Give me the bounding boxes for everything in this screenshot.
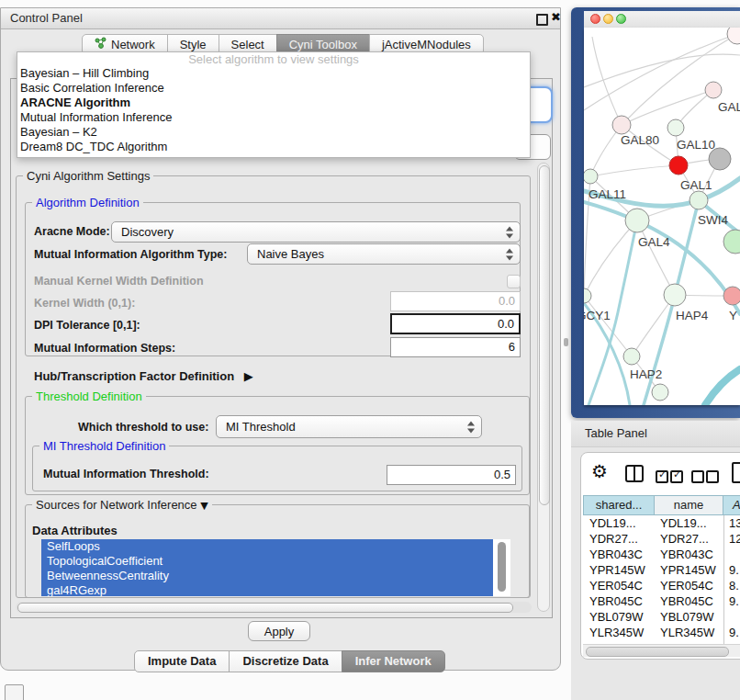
- network-node[interactable]: [625, 209, 649, 232]
- restore-window-icon[interactable]: [536, 14, 548, 26]
- dpi-tolerance-label: DPI Tolerance [0,1]:: [34, 315, 140, 335]
- table-row[interactable]: YDR27...YDR27...12: [583, 531, 740, 547]
- algorithm-option[interactable]: Dream8 DC_TDC Algorithm: [17, 140, 530, 154]
- gear-icon[interactable]: ⚙: [591, 462, 608, 480]
- zoom-traffic-light[interactable]: [616, 14, 626, 24]
- settings-vertical-scrollbar[interactable]: [537, 163, 550, 612]
- network-node[interactable]: [584, 169, 598, 184]
- mi-steps-input[interactable]: 6: [390, 337, 521, 357]
- deselect-all-checkbox-icon[interactable]: [706, 470, 719, 483]
- table-row[interactable]: YBR043CYBR043C: [583, 547, 740, 562]
- tab-discretize-data[interactable]: Discretize Data: [229, 650, 342, 672]
- aracne-mode-select[interactable]: Discovery: [111, 221, 521, 243]
- network-canvas[interactable]: GALGAL80GAL10GAL1GAL11SWI4GAL4GCY1HAP4YH…: [584, 28, 740, 405]
- network-node[interactable]: [623, 348, 640, 365]
- split-columns-icon[interactable]: [625, 465, 644, 482]
- algorithm-option[interactable]: Mutual Information Inference: [17, 110, 530, 125]
- panel-splitter-handle[interactable]: [564, 338, 568, 346]
- network-node-label: GAL1: [680, 178, 712, 192]
- selected-value: Discovery: [121, 225, 174, 239]
- network-node[interactable]: [669, 156, 688, 175]
- cell-name: YPR145W: [654, 562, 723, 578]
- hub-definition-toggle[interactable]: Hub/Transcription Factor Definition ▶: [34, 367, 253, 387]
- network-node[interactable]: [652, 384, 668, 401]
- dpi-tolerance-input[interactable]: 0.0: [390, 313, 521, 334]
- network-node-label: Y: [729, 309, 737, 322]
- table-panel-header: Table Panel: [571, 421, 740, 447]
- minimize-traffic-light[interactable]: [603, 14, 613, 24]
- cell-name: YDL19...: [654, 515, 723, 531]
- table-panel-region: Table Panel ⚙ ✓ ✓ shared... name A YDL19…: [571, 421, 740, 700]
- network-node[interactable]: [723, 287, 740, 305]
- collapsed-panel-button[interactable]: [5, 684, 24, 700]
- cell-value: 13: [723, 515, 740, 531]
- popup-placeholder: Select algorithm to view settings: [17, 52, 530, 66]
- kernel-width-input[interactable]: 0.0: [390, 291, 521, 311]
- scrollbar-thumb[interactable]: [539, 165, 550, 505]
- table-row[interactable]: YLR345WYLR345W9.: [583, 625, 740, 640]
- network-node[interactable]: [723, 230, 740, 254]
- algorithm-option[interactable]: Bayesian – Hill Climbing: [17, 66, 530, 81]
- algorithm-option[interactable]: Bayesian – K2: [17, 125, 530, 140]
- cell-shared-name: YER054C: [583, 578, 654, 593]
- table-row[interactable]: YBL079WYBL079W: [583, 609, 740, 625]
- list-vertical-scrollbar[interactable]: [497, 541, 507, 594]
- column-header-name[interactable]: name: [654, 495, 723, 515]
- network-node[interactable]: [727, 28, 740, 44]
- table-horizontal-scrollbar[interactable]: [583, 644, 740, 657]
- close-traffic-light[interactable]: [590, 14, 600, 24]
- network-window-titlebar[interactable]: [584, 11, 740, 28]
- stepper-arrows-icon: [506, 226, 514, 238]
- network-node[interactable]: [690, 191, 708, 209]
- network-node[interactable]: [667, 119, 684, 136]
- mi-type-select[interactable]: Naive Bayes: [247, 243, 521, 265]
- settings-horizontal-scrollbar[interactable]: [16, 602, 532, 613]
- cell-value: 12: [723, 531, 740, 547]
- expanded-arrow-icon: ▼: [200, 500, 207, 512]
- manual-kernel-checkbox[interactable]: [507, 275, 521, 288]
- table-row[interactable]: YPR145WYPR145W9.: [583, 562, 740, 578]
- mi-threshold-input[interactable]: 0.5: [387, 465, 516, 485]
- list-item[interactable]: SelfLoops: [41, 539, 493, 554]
- cell-name: YDR27...: [654, 531, 723, 547]
- tab-infer-network[interactable]: Infer Network: [342, 650, 445, 672]
- cell-name: YER054C: [654, 578, 723, 593]
- tab-impute-data[interactable]: Impute Data: [134, 650, 230, 672]
- sources-group-toggle[interactable]: Sources for Network Inference ▼: [32, 498, 212, 512]
- algorithm-option-selected[interactable]: ARACNE Algorithm: [17, 96, 530, 110]
- list-item[interactable]: gal4RGexp: [41, 583, 493, 596]
- table-row[interactable]: YBR045CYBR045C9.: [583, 593, 740, 609]
- algorithm-option[interactable]: Basic Correlation Inference: [17, 81, 530, 96]
- stepper-arrows-icon: [467, 421, 476, 433]
- network-node[interactable]: [705, 82, 722, 98]
- column-header-shared-name[interactable]: shared...: [583, 495, 655, 515]
- close-window-icon[interactable]: ✖: [551, 10, 561, 24]
- table-row[interactable]: YDL19...YDL19...13: [583, 515, 740, 531]
- aracne-mode-label: Aracne Mode:: [34, 221, 110, 242]
- network-node-label: GAL80: [621, 133, 659, 147]
- new-table-file-icon[interactable]: [732, 462, 740, 483]
- select-all-checkbox-icon[interactable]: ✓: [670, 470, 683, 483]
- scrollbar-thumb[interactable]: [17, 603, 513, 613]
- column-header-partial[interactable]: A: [723, 495, 740, 515]
- cell-name: YBR045C: [654, 593, 723, 609]
- network-node-label: GAL: [718, 100, 740, 114]
- control-panel-titlebar[interactable]: Control Panel ✖: [1, 8, 560, 29]
- deselect-all-checkbox-icon[interactable]: [691, 470, 704, 483]
- scrollbar-thumb[interactable]: [586, 647, 729, 657]
- select-all-checkbox-icon[interactable]: ✓: [656, 470, 668, 483]
- which-threshold-select[interactable]: MI Threshold: [216, 415, 482, 438]
- table-row[interactable]: YER054CYER054C8.: [583, 578, 740, 593]
- list-item[interactable]: BetweennessCentrality: [41, 569, 493, 583]
- network-node[interactable]: [664, 284, 686, 306]
- check-icon: ✓: [658, 469, 667, 480]
- cell-shared-name: YDL19...: [583, 515, 654, 531]
- cell-name: YBR043C: [654, 547, 723, 562]
- list-item[interactable]: TopologicalCoefficient: [41, 554, 493, 569]
- network-node[interactable]: [709, 148, 731, 170]
- cell-value: 9.: [723, 625, 740, 640]
- network-node[interactable]: [584, 288, 591, 303]
- network-node[interactable]: [612, 116, 631, 134]
- scrollbar-thumb[interactable]: [498, 542, 506, 592]
- apply-button[interactable]: Apply: [248, 621, 310, 641]
